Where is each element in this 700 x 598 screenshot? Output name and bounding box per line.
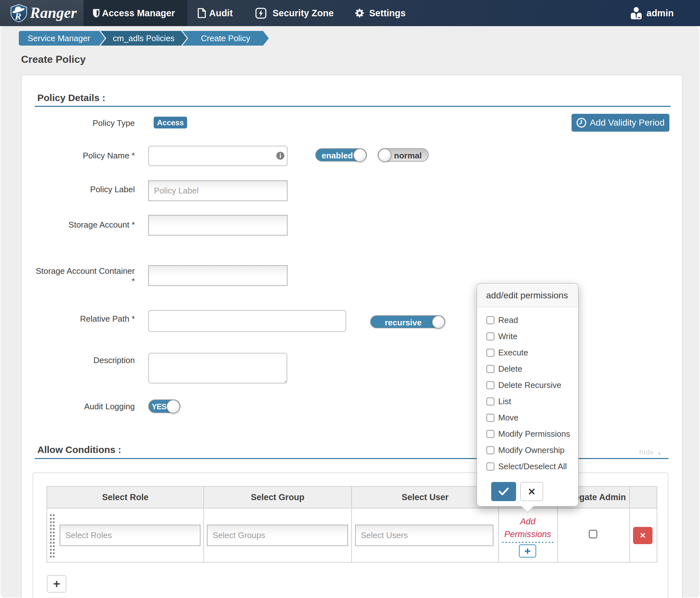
svg-text:R: R — [15, 11, 21, 21]
